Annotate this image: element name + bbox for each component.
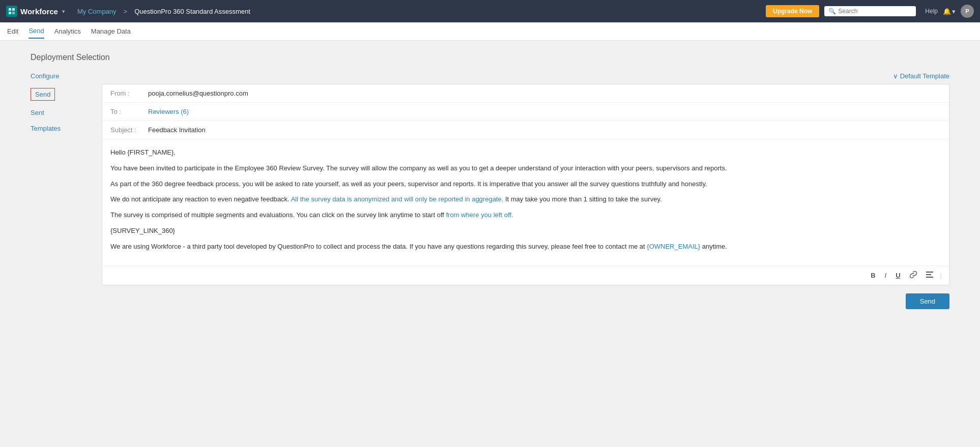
body-line5-blue: from where you left off. (446, 211, 513, 219)
help-link[interactable]: Help (925, 8, 938, 15)
body-line4: We do not anticipate any reaction to eve… (110, 194, 941, 205)
body-line4-post: It may take you more than 1 sitting to t… (505, 195, 662, 203)
italic-button[interactable]: I (883, 271, 889, 280)
svg-rect-1 (12, 8, 15, 11)
main-content: Deployment Selection Configure Send Sent… (0, 41, 980, 447)
notifications-bell[interactable]: 🔔 ▾ (943, 8, 956, 15)
breadcrumb-company[interactable]: My Company (77, 8, 117, 15)
body-line3: As part of the 360 degree feedback proce… (110, 179, 941, 190)
sidebar-send[interactable]: Send (31, 88, 55, 101)
brand-icon (6, 6, 17, 17)
sub-navigation: Edit Send Analytics Manage Data (0, 22, 980, 41)
sidebar-configure[interactable]: Configure (31, 72, 102, 80)
body-line1: Hello {FIRST_NAME}, (110, 147, 941, 158)
email-to-row: To : Reviewers (6) (102, 103, 949, 121)
default-template-link[interactable]: Default Template (900, 72, 949, 80)
sidebar-templates[interactable]: Templates (31, 125, 102, 132)
from-value: pooja.cornelius@questionpro.com (148, 90, 248, 97)
email-panel: ∨ Default Template From : pooja.corneliu… (102, 72, 949, 309)
body-line5: The survey is comprised of multiple segm… (110, 210, 941, 221)
sidebar-sent[interactable]: Sent (31, 109, 102, 116)
bell-icon: 🔔 (943, 8, 951, 15)
svg-rect-4 (926, 272, 933, 273)
body-line7-post: anytime. (702, 243, 727, 250)
link-button[interactable] (908, 270, 919, 281)
breadcrumb-separator: > (124, 8, 128, 15)
body-line7: We are using Workforce - a third party t… (110, 242, 941, 252)
brand-dropdown-arrow[interactable]: ▾ (62, 9, 65, 14)
to-value[interactable]: Reviewers (6) (148, 108, 189, 115)
bell-dropdown[interactable]: ▾ (952, 8, 956, 15)
send-button[interactable]: Send (906, 293, 949, 309)
align-button[interactable] (924, 271, 935, 280)
subnav-analytics[interactable]: Analytics (54, 24, 81, 38)
subject-label: Subject : (110, 126, 146, 134)
svg-rect-5 (926, 274, 931, 275)
deployment-title: Deployment Selection (31, 53, 949, 62)
user-avatar[interactable]: P (961, 5, 974, 18)
subject-value: Feedback Invitation (148, 126, 206, 134)
svg-rect-6 (926, 277, 933, 278)
search-box[interactable]: 🔍 (824, 6, 916, 16)
body-line7-blue: {OWNER_EMAIL} (647, 243, 700, 250)
email-card: From : pooja.cornelius@questionpro.com T… (102, 84, 949, 285)
send-button-row: Send (102, 293, 949, 309)
email-body[interactable]: Hello {FIRST_NAME}, You have been invite… (102, 139, 949, 265)
default-template-row: ∨ Default Template (102, 72, 949, 80)
bold-button[interactable]: B (869, 271, 877, 280)
to-label: To : (110, 108, 146, 115)
search-icon: 🔍 (828, 8, 836, 15)
subnav-edit[interactable]: Edit (7, 24, 18, 38)
toolbar-divider: | (940, 272, 942, 279)
top-navigation: Workforce ▾ My Company > QuestionPro 360… (0, 0, 980, 22)
breadcrumb-page-title: QuestionPro 360 Standard Assessment (134, 8, 250, 15)
email-subject-row: Subject : Feedback Invitation (102, 121, 949, 139)
chevron-down-icon: ∨ (893, 72, 898, 80)
from-label: From : (110, 90, 146, 97)
search-input[interactable] (838, 8, 912, 15)
content-wrapper: Configure Send Sent Templates ∨ Default … (31, 72, 949, 309)
svg-rect-2 (9, 12, 11, 14)
body-line7-pre: We are using Workforce - a third party t… (110, 243, 645, 250)
body-line6: {SURVEY_LINK_360} (110, 226, 941, 236)
upgrade-button[interactable]: Upgrade Now (766, 5, 819, 17)
subnav-send[interactable]: Send (28, 24, 44, 39)
email-from-row: From : pooja.cornelius@questionpro.com (102, 84, 949, 103)
sidebar: Configure Send Sent Templates (31, 72, 102, 309)
svg-rect-3 (12, 12, 15, 14)
body-line4-blue: All the survey data is anonymized and wi… (291, 195, 504, 203)
subnav-manage-data[interactable]: Manage Data (91, 24, 131, 38)
underline-button[interactable]: U (893, 271, 902, 280)
body-line2: You have been invited to participate in … (110, 163, 941, 174)
svg-rect-0 (9, 8, 11, 11)
brand-name: Workforce (20, 7, 58, 16)
email-toolbar: B I U (102, 265, 949, 285)
body-line5-pre: The survey is comprised of multiple segm… (110, 211, 444, 219)
body-line4-pre: We do not anticipate any reaction to eve… (110, 195, 290, 203)
brand-logo[interactable]: Workforce ▾ (6, 6, 72, 17)
